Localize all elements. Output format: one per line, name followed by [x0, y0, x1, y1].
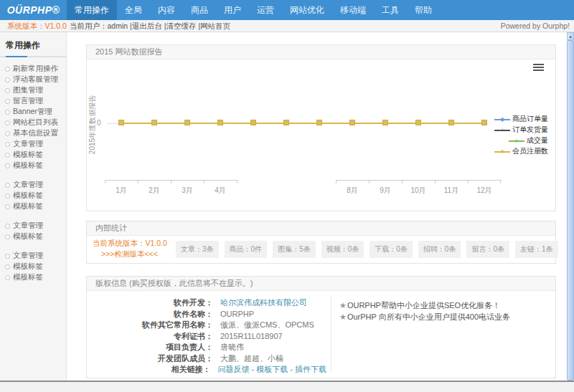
copyright-row-value: 大鹏、超超、小楠 [220, 353, 283, 365]
sidebar-item-1-0[interactable]: 文章管理 [0, 179, 66, 190]
menu-item-7[interactable]: 移动端 [332, 0, 374, 20]
ourphp-logo: OÜRPHP® [0, 0, 67, 20]
stat-box-4: 下载：0条 [370, 241, 413, 258]
menu-item-5[interactable]: 运营 [249, 0, 282, 20]
promo-note-text: OurPHP 向所有中小企业用户提供400电话业务 [347, 312, 510, 321]
user-area: 当前用户：admin |退出后台 |清空缓存 |网站首页 [70, 20, 230, 32]
copyright-row-value: 2015R11L018907 [220, 331, 283, 343]
legend-label: 会员注册数 [512, 146, 548, 156]
sidebar-item-0-7[interactable]: 文章管理 [0, 138, 66, 149]
promo-note-0: ★OURPHP帮助中小企业提供SEO优化服务！ [339, 300, 510, 311]
axis-tick [468, 181, 469, 183]
sidebar-item-0-8[interactable]: 模板标签 [0, 149, 66, 160]
stat-box-7: 友链：1条 [515, 241, 558, 258]
data-point-marker [184, 120, 190, 125]
axis-tick [105, 181, 105, 183]
user-link-2[interactable]: 网站首页 [200, 21, 230, 30]
copyright-row-1: 软件名称：OURPHP [93, 309, 326, 320]
copyright-row-2: 软件其它常用名称：傲派、傲派CMS、OPCMS [93, 320, 326, 331]
related-link-1[interactable]: 模板下载 [256, 365, 288, 373]
sidebar-group-2: 文章管理模板标签 [0, 220, 66, 242]
menu-item-0[interactable]: 常用操作 [67, 0, 117, 20]
top-navbar: OÜRPHP® 常用操作全局内容商品用户运营网站优化移动端工具帮助 [0, 0, 574, 20]
report-panel: 2015 网站数据报告 2015年度数据报告 0 1月2月3月4月5月6月7月8… [86, 44, 556, 211]
report-chart: 2015年度数据报告 0 1月2月3月4月5月6月7月8月9月10月11月12月… [87, 59, 555, 211]
sidebar-item-0-4[interactable]: Banner管理 [0, 106, 66, 117]
axis-tick [237, 181, 237, 183]
sidebar-item-1-1[interactable]: 模板标签 [0, 190, 66, 201]
copyright-panel: 版权信息 (购买授权版，此信息将不在显示。) 软件开发：哈尔滨伟成科技有限公司软… [86, 276, 556, 378]
axis-tick [500, 181, 501, 183]
link-separator: - [249, 365, 256, 373]
data-line [121, 123, 484, 124]
sidebar-item-0-1[interactable]: 浮动客服管理 [0, 74, 66, 85]
copyright-row-0: 软件开发：哈尔滨伟成科技有限公司 [93, 297, 326, 309]
system-version: 系统版本：V1.0.0 [7, 20, 67, 32]
sidebar-item-0-9[interactable]: 模板标签 [0, 160, 66, 171]
copyright-row-label: 开发团队成员： [93, 353, 213, 365]
data-point-marker [283, 120, 289, 125]
sidebar: 常用操作 刷新常用操作浮动客服管理图集管理留言管理Banner管理网站栏目列表基… [0, 32, 67, 381]
month-label-0: 1月 [107, 186, 136, 196]
related-link-0[interactable]: 问题反馈 [217, 365, 249, 373]
copyright-row-value: 傲派、傲派CMS、OPCMS [220, 320, 314, 331]
vertical-scrollbar[interactable]: ▲ [567, 32, 574, 381]
menu-item-4[interactable]: 用户 [216, 0, 249, 20]
star-icon: ★ [339, 312, 347, 321]
check-version-link[interactable]: >>>检测版本<<< [93, 249, 167, 259]
related-link-2[interactable]: 插件下载 [295, 365, 326, 373]
month-label-11: 12月 [470, 186, 499, 196]
internal-stats-body: 当前系统版本：V1.0.0 >>>检测版本<<< 文章：3条商品：0件图集：5条… [87, 236, 555, 263]
legend-item-1[interactable]: +订单发货量 [494, 125, 548, 135]
legend-item-0[interactable]: ◆商品订单量 [494, 114, 548, 124]
legend-label: 订单发货量 [512, 125, 548, 135]
current-version: 当前系统版本：V1.0.0 >>>检测版本<<< [93, 238, 167, 259]
copyright-row-label: 软件其它常用名称： [93, 320, 213, 331]
stat-box-5: 招聘：0条 [418, 241, 461, 258]
user-link-0[interactable]: 退出后台 [132, 21, 162, 30]
data-point-marker [250, 120, 256, 125]
sidebar-item-0-2[interactable]: 图集管理 [0, 85, 66, 95]
chart-legend: ◆商品订单量+订单发货量●成交量★会员注册数 [494, 114, 548, 157]
scroll-up-icon[interactable]: ▲ [567, 32, 574, 40]
copyright-row-value: 唐晓伟 [220, 342, 244, 353]
sidebar-groups: 刷新常用操作浮动客服管理图集管理留言管理Banner管理网站栏目列表基本信息设置… [0, 63, 66, 282]
menu-item-6[interactable]: 网站优化 [282, 0, 332, 20]
sidebar-item-2-0[interactable]: 文章管理 [0, 220, 66, 231]
column-divider [331, 297, 331, 372]
sidebar-item-3-1[interactable]: 模板标签 [0, 261, 66, 272]
menu-item-9[interactable]: 帮助 [407, 0, 440, 20]
data-point-marker [217, 120, 223, 125]
copyright-row-value: 哈尔滨伟成科技有限公司 [220, 297, 307, 309]
link-separator: - [288, 365, 295, 373]
internal-stats-title: 内部统计 [87, 221, 555, 236]
stat-box-6: 留言：0条 [466, 241, 509, 258]
month-label-7: 8月 [338, 186, 367, 196]
menu-item-3[interactable]: 商品 [183, 0, 216, 20]
user-link-1[interactable]: 清空缓存 [166, 21, 196, 30]
sidebar-item-0-0[interactable]: 刷新常用操作 [0, 63, 66, 74]
info-bar: 系统版本：V1.0.0 当前用户：admin |退出后台 |清空缓存 |网站首页… [0, 20, 574, 32]
sidebar-item-2-1[interactable]: 模板标签 [0, 231, 66, 242]
chart-menu-icon[interactable] [533, 64, 544, 72]
menu-item-2[interactable]: 内容 [150, 0, 183, 20]
sidebar-item-0-6[interactable]: 基本信息设置 [0, 128, 66, 138]
month-label-10: 11月 [437, 186, 466, 196]
legend-item-2[interactable]: ●成交量 [494, 135, 548, 145]
menu-item-8[interactable]: 工具 [374, 0, 407, 20]
sidebar-item-0-5[interactable]: 网站栏目列表 [0, 117, 66, 128]
sidebar-item-1-2[interactable]: 模板标签 [0, 201, 66, 211]
copyright-row-label: 相关链接： [93, 364, 210, 376]
sidebar-item-3-0[interactable]: 文章管理 [0, 250, 66, 261]
sidebar-item-3-2[interactable]: 模板标签 [0, 272, 66, 282]
sidebar-item-0-3[interactable]: 留言管理 [0, 95, 66, 106]
axis-tick [204, 181, 204, 183]
menu-item-1[interactable]: 全局 [117, 0, 150, 20]
developer-link[interactable]: 哈尔滨伟成科技有限公司 [220, 298, 307, 307]
scrollbar-thumb[interactable] [567, 40, 574, 381]
legend-item-3[interactable]: ★会员注册数 [494, 146, 548, 156]
copyright-row-3: 专利证书：2015R11L018907 [93, 331, 326, 343]
copyright-row-4: 项目负责人：唐晓伟 [93, 342, 326, 353]
axis-tick [336, 181, 337, 183]
internal-stats-panel: 内部统计 当前系统版本：V1.0.0 >>>检测版本<<< 文章：3条商品：0件… [86, 221, 556, 264]
